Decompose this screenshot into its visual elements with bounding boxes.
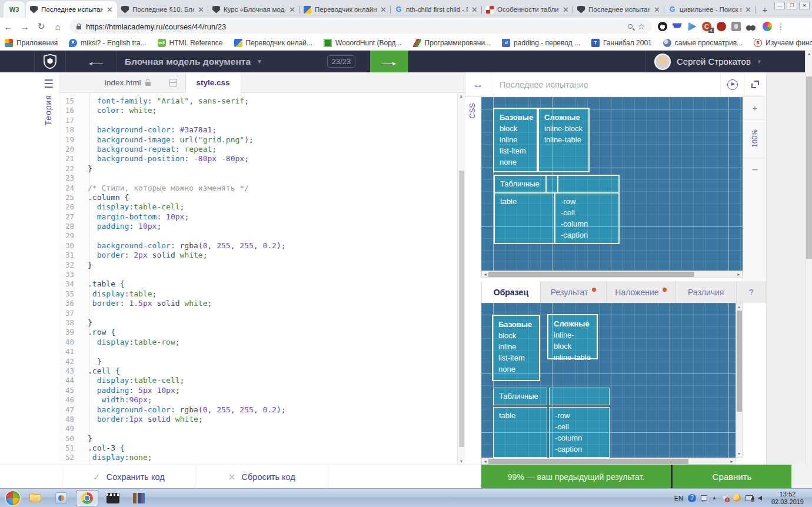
weather-icon[interactable]	[733, 494, 741, 502]
code-line[interactable]: 46 width:96px;	[59, 395, 457, 405]
action-center-icon[interactable]	[721, 494, 728, 502]
code-line[interactable]: 28 padding: 10px;	[59, 222, 457, 231]
editor-tab-style-css[interactable]: style.css	[185, 72, 241, 93]
previous-task-button[interactable]: ←	[75, 51, 117, 72]
code-line[interactable]: 44 display:table-cell;	[59, 376, 457, 385]
tab-close-icon[interactable]: ✕	[289, 5, 295, 14]
code-line[interactable]: 49	[59, 424, 457, 433]
code-line[interactable]: 48 border:1px solid white;	[59, 415, 457, 424]
htmlacademy-logo[interactable]	[34, 51, 66, 72]
bookmark-item[interactable]: Приложения	[5, 39, 58, 47]
preview-tab[interactable]: Различия	[675, 281, 737, 303]
code-line[interactable]: 34.table {	[59, 279, 457, 289]
browser-tab[interactable]: Gnth-child first child - П✕	[391, 1, 482, 18]
code-line[interactable]: 29	[59, 231, 457, 241]
editor-scrollbar[interactable]: ▲ ▼	[457, 93, 465, 465]
cart-extension-icon[interactable]	[673, 22, 682, 31]
code-line[interactable]: 47 background-color: rgba(0, 255, 255, 0…	[59, 405, 457, 415]
hand-extension-icon[interactable]	[731, 22, 741, 31]
preview-tab[interactable]: Наложение	[607, 281, 676, 303]
code-line[interactable]: 43.cell {	[59, 366, 457, 376]
scroll-right-icon[interactable]: ►	[737, 272, 741, 276]
taskbar-explorer[interactable]	[24, 490, 46, 506]
tab-close-icon[interactable]: ✕	[654, 5, 660, 14]
preview-tab[interactable]: ?	[737, 281, 766, 303]
code-line[interactable]: 39.row {	[59, 328, 457, 337]
sample-vscrollbar[interactable]: ▲ ▼	[736, 303, 743, 458]
zoom-out-button[interactable]: –	[743, 158, 767, 181]
back-icon[interactable]: ←	[0, 22, 16, 32]
preview-hscrollbar[interactable]: ◄ ►	[481, 271, 743, 278]
preview-tab[interactable]: Образец	[482, 281, 541, 303]
zoom-page-icon[interactable]	[628, 24, 633, 29]
code-line[interactable]: 27 margin-bottom: 10px;	[59, 212, 457, 222]
scrollbar-thumb[interactable]	[459, 171, 464, 447]
preview-tab[interactable]: Результат	[541, 281, 607, 303]
code-line[interactable]: 38}	[59, 318, 457, 328]
scroll-left-icon[interactable]: ◄	[483, 459, 487, 463]
browser-tab[interactable]: Последние §10. Блоч✕	[117, 1, 208, 18]
browser-tab[interactable]: Последнее испытани✕	[26, 1, 117, 18]
reset-code-button[interactable]: ✕ Сбросить код	[195, 465, 328, 489]
split-view-icon[interactable]	[169, 79, 177, 86]
code-line[interactable]: 26 display:table-cell;	[59, 202, 457, 212]
play-extension-icon[interactable]	[687, 22, 697, 31]
taskbar-mpc[interactable]	[102, 490, 124, 506]
user-menu[interactable]: Сергей Строкатов ▼	[654, 51, 762, 72]
tab-close-icon[interactable]: ✕	[107, 5, 113, 14]
scroll-left-icon[interactable]: ◄	[483, 272, 487, 276]
code-line[interactable]: 45 padding: 5px 10px;	[59, 386, 457, 395]
bookmark-item[interactable]: dpadding - перевод ...	[502, 39, 580, 47]
taskbar-books[interactable]	[128, 490, 150, 506]
fullscreen-button[interactable]	[744, 72, 766, 97]
code-line[interactable]: 40 display:table-row;	[59, 338, 457, 347]
close-icon[interactable]: ✕	[799, 2, 810, 9]
yandex-extension-icon[interactable]	[717, 22, 726, 31]
next-task-button[interactable]: →	[370, 51, 409, 72]
css-label[interactable]: CSS	[468, 103, 477, 119]
code-line[interactable]: 19 background-image: url("grid.png");	[59, 135, 457, 145]
bookmark-star-icon[interactable]: ☆	[637, 22, 645, 31]
start-button[interactable]	[5, 491, 21, 506]
code-line[interactable]: 41	[59, 347, 457, 356]
tab-close-icon[interactable]: ✕	[563, 5, 569, 14]
scroll-right-icon[interactable]: ►	[730, 459, 734, 463]
scroll-down-icon[interactable]: ▼	[458, 459, 465, 463]
binoculars-extension-icon[interactable]	[746, 25, 751, 31]
scroll-up-icon[interactable]: ▲	[458, 94, 465, 98]
code-line[interactable]: 16 color: white;	[59, 106, 457, 115]
browser-tab[interactable]: Gцивильнее - Поиск в✕	[664, 1, 756, 18]
colorzilla-extension-icon[interactable]: C4	[702, 22, 711, 31]
chrome-menu-icon[interactable]: ⋮	[777, 22, 785, 31]
volume-icon[interactable]	[758, 496, 762, 501]
code-line[interactable]: 36 border: 1.5px solid white;	[59, 299, 457, 308]
code-line[interactable]: 23	[59, 174, 457, 183]
code-line[interactable]: 20 background-repeat: repeat;	[59, 145, 457, 154]
code-line[interactable]: 22}	[59, 164, 457, 174]
code-line[interactable]: 51.col-3 {	[59, 443, 457, 453]
browser-tab[interactable]: Последнее испытани✕	[573, 1, 664, 18]
save-code-button[interactable]: ✓ Сохранить код	[62, 465, 195, 489]
url-text[interactable]: https://htmlacademy.ru/courses/44/run/23	[86, 22, 623, 31]
code-line[interactable]: 33	[59, 270, 457, 279]
scroll-down-icon[interactable]: ▼	[736, 452, 742, 456]
editor-tab-index-html[interactable]: index.html	[94, 72, 161, 92]
pinned-tab-w3[interactable]: W3	[4, 1, 25, 18]
scrollbar-thumb[interactable]	[488, 459, 688, 464]
zoom-in-button[interactable]: +	[743, 97, 767, 119]
code-line[interactable]: 37	[59, 309, 457, 318]
code-line[interactable]: 52 display:none;	[59, 453, 457, 462]
scrollbar-thumb[interactable]	[488, 272, 694, 277]
run-button[interactable]	[720, 72, 744, 97]
course-title[interactable]: Блочная модель документа ▼	[125, 51, 262, 72]
tab-close-icon[interactable]: ✕	[471, 5, 478, 14]
code-line[interactable]: 15 font-family: "Arial", sans-serif;	[59, 96, 457, 106]
display-icon[interactable]	[701, 495, 707, 501]
scrollbar-thumb[interactable]	[806, 76, 812, 259]
sample-hscrollbar[interactable]: ◄ ►	[481, 458, 736, 465]
page-scrollbar[interactable]: ▲ ▼	[805, 51, 812, 488]
code-line[interactable]: 30 background-color: rgba(0, 255, 255, 0…	[59, 241, 457, 251]
bookmark-item[interactable]: TГаннибал 2001	[591, 39, 652, 47]
tab-close-icon[interactable]: ✕	[380, 5, 387, 14]
code-editor[interactable]: 15 font-family: "Arial", sans-serif;16 c…	[59, 93, 457, 465]
